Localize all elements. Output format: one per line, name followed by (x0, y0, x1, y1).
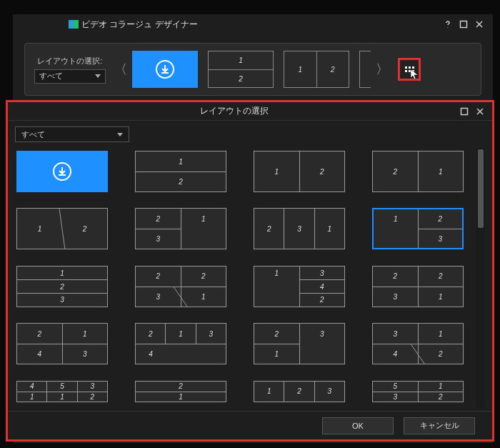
cell-label: 5 (46, 382, 76, 392)
logo-icon (69, 20, 79, 29)
layout-option-L3b[interactable]: 231 (254, 208, 345, 249)
cell-label: 1 (209, 51, 273, 69)
cell-label: 3 (77, 382, 107, 392)
strip-thumb-layout-2v[interactable]: 1 2 (208, 51, 274, 88)
layout-option-L2h[interactable]: 12 (254, 151, 345, 192)
svg-rect-1 (461, 108, 468, 114)
layout-option-L3rows[interactable]: 123 (16, 266, 108, 307)
cell-label: 1 (418, 287, 464, 307)
cell-label (254, 279, 299, 293)
ok-button[interactable]: OK (322, 417, 394, 434)
layout-strip: レイアウトの選択: すべて 〈 1 2 1 2 (24, 43, 481, 96)
cell-label: 2 (136, 209, 181, 229)
strip-prev-button[interactable]: 〈 (115, 48, 126, 91)
cell-label: 1 (254, 344, 299, 364)
cell-label: 4 (17, 382, 46, 392)
cell-label: 2 (17, 279, 107, 293)
close-button[interactable] (471, 16, 487, 32)
maximize-button[interactable] (456, 16, 471, 32)
layout-option-L2diag[interactable]: 12 (16, 208, 108, 249)
svg-line-3 (174, 287, 188, 307)
main-titlebar: ビデオ コラージュ デザイナー (13, 14, 493, 34)
cell-label: 1 (17, 392, 46, 402)
help-button[interactable] (440, 16, 456, 32)
layout-selection-dialog: レイアウトの選択 すべて 121221122132311231232231134… (6, 100, 494, 442)
cell-label: 2 (299, 293, 345, 307)
cell-label (166, 344, 196, 364)
cell-label: 2 (373, 267, 418, 287)
layout-option-L4a[interactable]: 1342 (254, 266, 345, 307)
cell-label: 3 (373, 392, 418, 402)
cell-label: 2 (136, 382, 226, 392)
cell-label: 5 (373, 382, 418, 392)
cell-label: 1 (284, 51, 316, 87)
strip-thumb-partial[interactable] (359, 51, 371, 88)
layout-option-L2v[interactable]: 12 (135, 151, 226, 192)
strip-next-button[interactable]: 〉 (376, 48, 388, 91)
cell-label: 2 (316, 51, 349, 87)
cell-label: 3 (136, 229, 181, 249)
cell-label: 2 (373, 151, 418, 191)
cell-label: 1 (254, 151, 299, 191)
layout-option-L5c[interactable]: 123 (254, 381, 345, 402)
dialog-titlebar: レイアウトの選択 (8, 102, 492, 121)
dialog-close-button[interactable] (472, 104, 488, 119)
dialog-maximize-button[interactable] (456, 104, 472, 119)
cell-label (374, 229, 418, 248)
layout-option-L4d[interactable]: 2134 (135, 323, 226, 364)
layout-grid: 1212211221323112312322311342223121432134… (15, 148, 472, 408)
cell-label: 1 (418, 151, 464, 191)
cell-label: 3 (62, 344, 108, 364)
cell-label: 3 (314, 382, 344, 402)
cell-label: 3 (373, 287, 418, 307)
cell-label: 2 (254, 209, 284, 249)
svg-rect-0 (461, 21, 467, 28)
cell-label: 1 (314, 209, 344, 249)
layout-option-L5a[interactable]: 453112 (16, 381, 108, 402)
cell-label: 3 (17, 293, 107, 307)
cell-label: 1 (254, 382, 284, 402)
layout-option-dl[interactable] (16, 151, 108, 192)
cell-label: 2 (209, 69, 273, 87)
cancel-button[interactable]: キャンセル (404, 417, 475, 434)
strip-thumb-layout-2h[interactable]: 1 2 (284, 51, 349, 88)
layout-option-L4c[interactable]: 2143 (16, 323, 108, 364)
help-icon (444, 20, 452, 29)
cell-label: 1 (165, 324, 195, 344)
strip-thumb-download[interactable] (132, 51, 198, 88)
layout-option-L3c[interactable]: 123 (372, 208, 464, 249)
cell-label: 1 (136, 151, 226, 171)
dialog-scrollbar[interactable] (476, 148, 485, 408)
strip-label: レイアウトの選択: (37, 56, 102, 66)
app-logo: ビデオ コラージュ デザイナー (69, 19, 198, 31)
dialog-filter-value: すべて (21, 129, 45, 140)
cell-label: 3 (299, 267, 345, 280)
maximize-icon (459, 20, 468, 29)
cell-label (299, 344, 345, 364)
layout-option-L3d[interactable]: 2231 (135, 266, 226, 307)
layout-option-L5d[interactable]: 5132 (372, 381, 464, 402)
layout-option-L4e[interactable]: 231 (254, 323, 345, 364)
cell-label: 2 (299, 151, 345, 191)
svg-line-2 (59, 209, 65, 249)
expand-layout-grid-button[interactable] (398, 58, 421, 81)
layout-option-L5b[interactable]: 21 (135, 381, 226, 402)
cell-label: 2 (418, 267, 464, 287)
strip-filter-value: すべて (39, 71, 63, 81)
close-icon (475, 20, 484, 29)
download-icon (156, 60, 174, 79)
layout-option-L4b[interactable]: 2231 (372, 266, 464, 307)
cell-label: 2 (136, 324, 165, 344)
layout-option-L4f[interactable]: 3142 (372, 323, 464, 364)
cell-label: 1 (181, 209, 226, 229)
scrollbar-thumb[interactable] (478, 149, 484, 228)
cell-label: 2 (254, 324, 299, 344)
layout-option-L3a[interactable]: 213 (135, 208, 226, 249)
cell-label: 3 (284, 209, 314, 249)
download-icon (53, 162, 71, 181)
cell-label: 3 (418, 229, 463, 248)
dialog-title: レイアウトの選択 (12, 105, 456, 117)
dialog-filter-select[interactable]: すべて (15, 126, 129, 142)
strip-filter-select[interactable]: すべて (34, 69, 106, 84)
layout-option-L2hr[interactable]: 21 (372, 151, 464, 192)
